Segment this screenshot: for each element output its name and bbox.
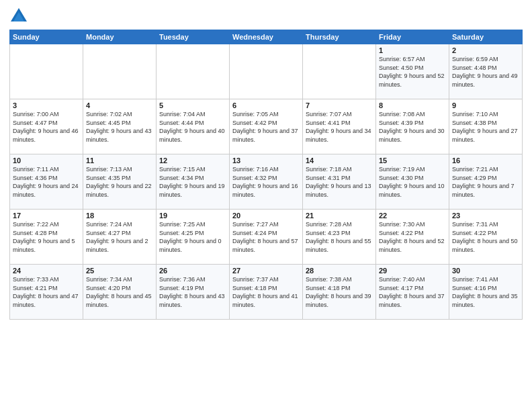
day-info: Sunrise: 7:07 AM Sunset: 4:41 PM Dayligh… (306, 110, 373, 144)
day-cell: 27Sunrise: 7:37 AM Sunset: 4:18 PM Dayli… (230, 265, 303, 320)
day-cell: 19Sunrise: 7:25 AM Sunset: 4:25 PM Dayli… (157, 210, 230, 265)
day-cell: 4Sunrise: 7:02 AM Sunset: 4:45 PM Daylig… (83, 99, 157, 154)
day-info: Sunrise: 7:33 AM Sunset: 4:21 PM Dayligh… (13, 275, 80, 309)
day-cell: 5Sunrise: 7:04 AM Sunset: 4:44 PM Daylig… (157, 99, 230, 154)
day-number: 16 (452, 156, 519, 165)
day-info: Sunrise: 7:27 AM Sunset: 4:24 PM Dayligh… (232, 220, 300, 254)
week-row-3: 10Sunrise: 7:11 AM Sunset: 4:36 PM Dayli… (10, 154, 523, 210)
day-cell: 16Sunrise: 7:21 AM Sunset: 4:29 PM Dayli… (449, 154, 523, 210)
day-cell: 13Sunrise: 7:16 AM Sunset: 4:32 PM Dayli… (230, 154, 303, 210)
day-number: 23 (452, 212, 519, 220)
day-cell: 24Sunrise: 7:33 AM Sunset: 4:21 PM Dayli… (10, 265, 83, 320)
day-number: 29 (379, 267, 446, 275)
day-cell: 12Sunrise: 7:15 AM Sunset: 4:34 PM Dayli… (157, 154, 230, 210)
day-cell (230, 44, 303, 99)
day-number: 22 (379, 212, 446, 220)
day-cell: 29Sunrise: 7:40 AM Sunset: 4:17 PM Dayli… (376, 265, 449, 320)
day-info: Sunrise: 7:08 AM Sunset: 4:39 PM Dayligh… (379, 110, 446, 144)
day-number: 15 (379, 156, 446, 165)
day-cell: 18Sunrise: 7:24 AM Sunset: 4:27 PM Dayli… (83, 210, 157, 265)
logo-icon (9, 7, 28, 26)
col-header-saturday: Saturday (449, 30, 523, 44)
week-row-5: 24Sunrise: 7:33 AM Sunset: 4:21 PM Dayli… (10, 265, 523, 320)
day-info: Sunrise: 7:34 AM Sunset: 4:20 PM Dayligh… (86, 275, 153, 309)
day-number: 26 (159, 267, 226, 275)
header (9, 7, 523, 26)
day-number: 20 (232, 212, 300, 220)
day-info: Sunrise: 7:13 AM Sunset: 4:35 PM Dayligh… (86, 165, 153, 199)
day-info: Sunrise: 7:21 AM Sunset: 4:29 PM Dayligh… (452, 165, 519, 199)
day-cell (10, 44, 83, 99)
day-info: Sunrise: 7:11 AM Sunset: 4:36 PM Dayligh… (13, 165, 80, 199)
logo (9, 7, 30, 26)
day-number: 6 (232, 101, 300, 109)
day-info: Sunrise: 7:36 AM Sunset: 4:19 PM Dayligh… (159, 275, 226, 309)
week-row-4: 17Sunrise: 7:22 AM Sunset: 4:28 PM Dayli… (10, 210, 523, 265)
day-cell: 2Sunrise: 6:59 AM Sunset: 4:48 PM Daylig… (449, 44, 523, 99)
page: SundayMondayTuesdayWednesdayThursdayFrid… (0, 0, 532, 411)
day-info: Sunrise: 7:25 AM Sunset: 4:25 PM Dayligh… (159, 220, 226, 254)
day-cell: 6Sunrise: 7:05 AM Sunset: 4:42 PM Daylig… (230, 99, 303, 154)
week-row-1: 1Sunrise: 6:57 AM Sunset: 4:50 PM Daylig… (10, 44, 523, 99)
col-header-sunday: Sunday (10, 30, 83, 44)
day-cell: 20Sunrise: 7:27 AM Sunset: 4:24 PM Dayli… (230, 210, 303, 265)
calendar-body: 1Sunrise: 6:57 AM Sunset: 4:50 PM Daylig… (10, 44, 523, 320)
day-cell: 28Sunrise: 7:38 AM Sunset: 4:18 PM Dayli… (303, 265, 376, 320)
day-cell: 22Sunrise: 7:30 AM Sunset: 4:22 PM Dayli… (376, 210, 449, 265)
day-number: 9 (452, 101, 519, 109)
day-number: 13 (232, 156, 300, 165)
day-info: Sunrise: 7:28 AM Sunset: 4:23 PM Dayligh… (306, 220, 373, 254)
day-number: 14 (306, 156, 373, 165)
day-info: Sunrise: 7:16 AM Sunset: 4:32 PM Dayligh… (232, 165, 300, 199)
day-info: Sunrise: 7:41 AM Sunset: 4:16 PM Dayligh… (452, 275, 519, 309)
day-cell: 17Sunrise: 7:22 AM Sunset: 4:28 PM Dayli… (10, 210, 83, 265)
day-cell: 11Sunrise: 7:13 AM Sunset: 4:35 PM Dayli… (83, 154, 157, 210)
day-number: 17 (13, 212, 80, 220)
day-cell: 10Sunrise: 7:11 AM Sunset: 4:36 PM Dayli… (10, 154, 83, 210)
day-info: Sunrise: 7:04 AM Sunset: 4:44 PM Dayligh… (159, 110, 226, 144)
day-cell: 9Sunrise: 7:10 AM Sunset: 4:38 PM Daylig… (449, 99, 523, 154)
day-cell: 26Sunrise: 7:36 AM Sunset: 4:19 PM Dayli… (157, 265, 230, 320)
day-number: 12 (159, 156, 226, 165)
week-row-2: 3Sunrise: 7:00 AM Sunset: 4:47 PM Daylig… (10, 99, 523, 154)
day-number: 3 (13, 101, 80, 109)
day-number: 25 (86, 267, 153, 275)
day-number: 5 (159, 101, 226, 109)
day-cell: 7Sunrise: 7:07 AM Sunset: 4:41 PM Daylig… (303, 99, 376, 154)
day-cell (157, 44, 230, 99)
day-cell: 1Sunrise: 6:57 AM Sunset: 4:50 PM Daylig… (376, 44, 449, 99)
day-cell: 8Sunrise: 7:08 AM Sunset: 4:39 PM Daylig… (376, 99, 449, 154)
day-cell: 23Sunrise: 7:31 AM Sunset: 4:22 PM Dayli… (449, 210, 523, 265)
day-number: 2 (452, 46, 519, 54)
col-header-thursday: Thursday (303, 30, 376, 44)
day-info: Sunrise: 7:00 AM Sunset: 4:47 PM Dayligh… (13, 110, 80, 144)
day-cell: 3Sunrise: 7:00 AM Sunset: 4:47 PM Daylig… (10, 99, 83, 154)
calendar-header: SundayMondayTuesdayWednesdayThursdayFrid… (10, 30, 523, 44)
day-cell: 14Sunrise: 7:18 AM Sunset: 4:31 PM Dayli… (303, 154, 376, 210)
day-info: Sunrise: 7:02 AM Sunset: 4:45 PM Dayligh… (86, 110, 153, 144)
day-info: Sunrise: 6:57 AM Sunset: 4:50 PM Dayligh… (379, 55, 446, 89)
col-header-friday: Friday (376, 30, 449, 44)
day-cell (83, 44, 157, 99)
day-cell: 21Sunrise: 7:28 AM Sunset: 4:23 PM Dayli… (303, 210, 376, 265)
day-info: Sunrise: 7:22 AM Sunset: 4:28 PM Dayligh… (13, 220, 80, 254)
day-number: 30 (452, 267, 519, 275)
day-number: 28 (306, 267, 373, 275)
day-number: 7 (306, 101, 373, 109)
col-header-monday: Monday (83, 30, 157, 44)
day-info: Sunrise: 7:37 AM Sunset: 4:18 PM Dayligh… (232, 275, 300, 309)
calendar-table: SundayMondayTuesdayWednesdayThursdayFrid… (9, 30, 523, 320)
day-number: 11 (86, 156, 153, 165)
col-header-wednesday: Wednesday (230, 30, 303, 44)
day-cell: 25Sunrise: 7:34 AM Sunset: 4:20 PM Dayli… (83, 265, 157, 320)
day-cell (303, 44, 376, 99)
day-info: Sunrise: 7:05 AM Sunset: 4:42 PM Dayligh… (232, 110, 300, 144)
day-info: Sunrise: 7:19 AM Sunset: 4:30 PM Dayligh… (379, 165, 446, 199)
day-info: Sunrise: 6:59 AM Sunset: 4:48 PM Dayligh… (452, 55, 519, 89)
header-row: SundayMondayTuesdayWednesdayThursdayFrid… (10, 30, 523, 44)
day-info: Sunrise: 7:24 AM Sunset: 4:27 PM Dayligh… (86, 220, 153, 254)
day-number: 8 (379, 101, 446, 109)
day-number: 1 (379, 46, 446, 54)
day-number: 10 (13, 156, 80, 165)
day-info: Sunrise: 7:15 AM Sunset: 4:34 PM Dayligh… (159, 165, 226, 199)
